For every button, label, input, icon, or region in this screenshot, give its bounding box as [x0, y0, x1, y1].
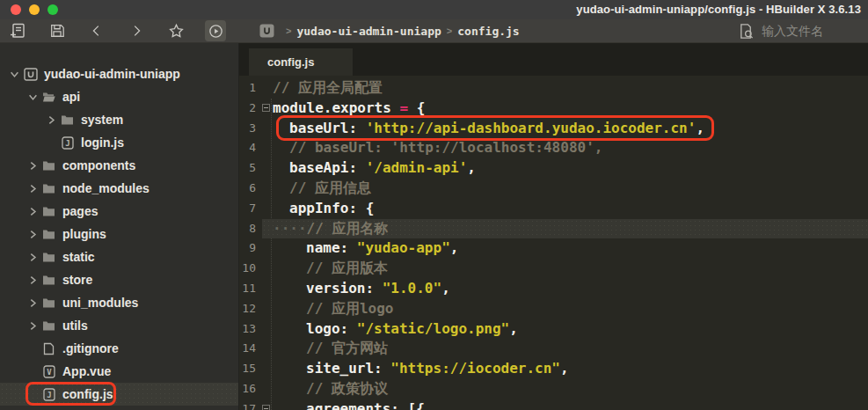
tree-chevron-icon[interactable]	[26, 184, 40, 194]
token-ident: baseUrl	[289, 120, 348, 136]
tree-item-utils[interactable]: utils	[0, 314, 238, 337]
tree-item-system[interactable]: system	[0, 108, 238, 131]
breadcrumb-file[interactable]: config.js	[457, 25, 519, 38]
minimize-window-button[interactable]	[29, 4, 40, 15]
line-content[interactable]: logo: "/static/logo.png",	[262, 319, 868, 340]
close-window-button[interactable]	[11, 4, 21, 15]
line-number[interactable]: 14	[239, 339, 262, 359]
code-line-2[interactable]: 2module.exports = {	[239, 99, 868, 119]
code-line-1[interactable]: 1// 应用全局配置	[239, 78, 868, 99]
tree-item-app-vue[interactable]: VApp.vue	[0, 360, 238, 383]
tree-item--gitignore[interactable]: .gitignore	[0, 337, 238, 360]
line-content[interactable]: // 应用信息	[262, 179, 868, 199]
code-line-4[interactable]: 4// baseUrl: 'http://localhost:48080',	[239, 138, 868, 158]
fold-collapse-icon[interactable]	[262, 104, 270, 112]
titlebar: yudao-ui-admin-uniapp/config.js - HBuild…	[0, 0, 868, 19]
code-line-13[interactable]: 13logo: "/static/logo.png",	[239, 319, 868, 340]
svg-text:J: J	[65, 139, 69, 148]
line-number[interactable]: 5	[239, 158, 262, 179]
tree-item-components[interactable]: components	[0, 154, 238, 177]
line-number[interactable]: 12	[239, 299, 262, 319]
line-content[interactable]: // 应用logo	[262, 299, 868, 319]
line-content[interactable]: ····// 应用名称	[262, 219, 868, 239]
tree-item-api[interactable]: api	[0, 85, 238, 108]
line-content[interactable]: // 官方网站	[262, 339, 868, 359]
code-line-10[interactable]: 10// 应用版本	[239, 259, 868, 279]
star-button[interactable]	[165, 20, 186, 41]
line-number[interactable]: 6	[239, 179, 262, 199]
line-content[interactable]: appInfo: {	[262, 199, 868, 219]
token-ident: baseApi	[289, 159, 348, 176]
folder-icon	[40, 297, 57, 309]
code-line-5[interactable]: 5baseApi: '/admin-api',	[239, 158, 868, 179]
line-content[interactable]: agreements: [{	[262, 399, 868, 410]
tab-config-js[interactable]: config.js	[249, 48, 353, 76]
tree-chevron-icon[interactable]	[26, 298, 40, 308]
line-content[interactable]: baseApi: '/admin-api',	[262, 158, 868, 179]
line-number[interactable]: 3	[239, 119, 262, 139]
line-content[interactable]: // 政策协议	[262, 379, 868, 399]
tree-item-config-js[interactable]: Jconfig.js	[0, 383, 238, 406]
code-line-6[interactable]: 6// 应用信息	[239, 179, 868, 199]
code-line-8[interactable]: 8····// 应用名称	[239, 219, 868, 239]
line-number[interactable]: 11	[239, 279, 262, 299]
code-line-14[interactable]: 14// 官方网站	[239, 339, 868, 359]
tree-item-static[interactable]: static	[0, 245, 238, 268]
tree-item-node-modules[interactable]: node_modules	[0, 177, 238, 200]
token-ident: agreements	[306, 400, 390, 410]
tree-chevron-icon[interactable]	[26, 230, 40, 239]
tree-chevron-icon[interactable]	[26, 321, 40, 331]
code-line-12[interactable]: 12// 应用logo	[239, 299, 868, 319]
code-editor[interactable]: 1// 应用全局配置2module.exports = {3baseUrl: '…	[239, 76, 868, 410]
line-content[interactable]: // baseUrl: 'http://localhost:48080',	[262, 138, 868, 158]
zoom-window-button[interactable]	[47, 4, 58, 15]
line-content[interactable]: module.exports = {	[262, 99, 868, 119]
tree-chevron-icon[interactable]	[26, 275, 40, 285]
code-line-16[interactable]: 16// 政策协议	[239, 379, 868, 399]
line-content[interactable]: version: "1.0.0",	[262, 279, 868, 299]
token-comment: // 应用全局配置	[273, 79, 383, 96]
forward-button[interactable]	[126, 20, 147, 41]
tree-item-login-js[interactable]: Jlogin.js	[0, 131, 238, 154]
code-line-3[interactable]: 3baseUrl: 'http://api-dashboard.yudao.io…	[239, 119, 868, 139]
line-content[interactable]: // 应用版本	[262, 259, 868, 279]
run-button[interactable]	[205, 20, 226, 41]
line-number[interactable]: 16	[239, 379, 262, 399]
back-button[interactable]	[86, 20, 107, 41]
line-number[interactable]: 8	[239, 219, 262, 239]
line-content[interactable]: // 应用全局配置	[262, 78, 868, 99]
tree-item-yudao-ui-admin-uniapp[interactable]: yudao-ui-admin-uniapp	[0, 62, 238, 85]
line-content[interactable]: name: "yudao-app",	[262, 238, 868, 259]
line-number[interactable]: 15	[239, 359, 262, 379]
line-number[interactable]: 7	[239, 199, 262, 219]
line-content[interactable]: baseUrl: 'http://api-dashboard.yudao.ioc…	[262, 119, 868, 139]
line-number[interactable]: 9	[239, 238, 262, 259]
tree-item-store[interactable]: store	[0, 268, 238, 291]
tree-chevron-icon[interactable]	[7, 70, 22, 79]
code-line-15[interactable]: 15site_url: "https://iocoder.cn",	[239, 359, 868, 379]
breadcrumb-project[interactable]: yudao-ui-admin-uniapp	[296, 25, 441, 38]
save-button[interactable]	[47, 20, 68, 41]
line-number[interactable]: 17	[239, 399, 262, 410]
code-line-17[interactable]: 17agreements: [{	[239, 399, 868, 410]
code-line-7[interactable]: 7appInfo: {	[239, 199, 868, 219]
line-number[interactable]: 4	[239, 138, 262, 158]
tree-chevron-icon[interactable]	[26, 253, 40, 262]
line-number[interactable]: 10	[239, 259, 262, 279]
line-content[interactable]: site_url: "https://iocoder.cn",	[262, 359, 868, 379]
tree-chevron-icon[interactable]	[26, 207, 40, 216]
fold-collapse-icon[interactable]	[262, 405, 270, 410]
line-number[interactable]: 1	[239, 78, 262, 99]
tree-chevron-icon[interactable]	[26, 92, 40, 102]
tree-item-plugins[interactable]: plugins	[0, 223, 238, 245]
line-number[interactable]: 13	[239, 319, 262, 340]
tree-chevron-icon[interactable]	[26, 161, 40, 171]
code-line-11[interactable]: 11version: "1.0.0",	[239, 279, 868, 299]
new-file-button[interactable]	[7, 20, 28, 41]
tree-item-pages[interactable]: pages	[0, 200, 238, 223]
code-line-9[interactable]: 9name: "yudao-app",	[239, 238, 868, 259]
line-number[interactable]: 2	[239, 99, 262, 119]
tree-chevron-icon[interactable]	[44, 115, 59, 125]
tree-item-uni-modules[interactable]: uni_modules	[0, 291, 238, 314]
search-input[interactable]	[762, 24, 850, 38]
